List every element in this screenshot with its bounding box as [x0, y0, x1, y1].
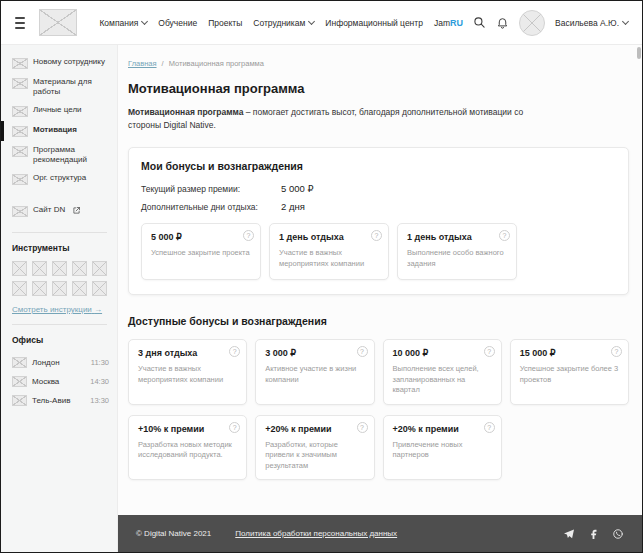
sidebar-item-new-employee[interactable]: Новому сотруднику [1, 53, 117, 73]
sidebar-item-org-structure[interactable]: Орг. структура [1, 169, 117, 189]
nav-projects-label: Проекты [208, 18, 242, 28]
breadcrumb-separator: / [162, 59, 164, 68]
help-icon[interactable]: ? [484, 422, 495, 433]
bonus-card-desc: Разработки, которые привели к значимым р… [265, 440, 364, 472]
bonus-card[interactable]: +10% к премии Разработка новых методик и… [128, 415, 247, 481]
nav-company[interactable]: Компания [99, 18, 147, 28]
office-telaviv[interactable]: Тель-Авив 13:30 [1, 391, 117, 410]
app-window: Компания Обучение Проекты Сотрудникам Ин… [0, 0, 643, 553]
nav-education[interactable]: Обучение [158, 18, 197, 28]
office-city: Москва [32, 377, 59, 386]
nav-company-label: Компания [99, 18, 138, 28]
bonus-card-title: 1 день отдыха [279, 232, 379, 242]
current-bonus-label: Текущий размер премии: [141, 184, 281, 194]
language-switcher[interactable]: RU [450, 18, 463, 28]
help-icon[interactable]: ? [229, 422, 240, 433]
scrollbar-thumb[interactable] [637, 47, 641, 59]
help-icon[interactable]: ? [371, 230, 382, 241]
extra-days-value: 2 дня [281, 201, 305, 212]
placeholder-icon [12, 395, 27, 406]
sidebar-divider [12, 324, 107, 325]
current-bonus-row: Текущий размер премии: 5 000 ₽ [141, 183, 616, 194]
bonus-card[interactable]: +20% к премии Привлечение новых партнеро… [383, 415, 502, 481]
tool-icon[interactable] [92, 281, 107, 296]
breadcrumb-current: Мотивационная программа [169, 59, 264, 68]
page-title: Мотивационная программа [128, 81, 629, 96]
facebook-icon[interactable] [588, 528, 599, 539]
bonus-card-desc: Успешное закрытие более 3 проектов [520, 364, 619, 385]
placeholder-icon [12, 146, 28, 157]
office-city: Тель-Авив [32, 396, 70, 405]
hamburger-menu-icon[interactable] [15, 17, 25, 29]
bonus-card[interactable]: 10 000 ₽ Выполнение всех целей, запланир… [383, 339, 502, 405]
avatar[interactable] [519, 10, 545, 36]
office-city: Лондон [32, 358, 60, 367]
help-icon[interactable]: ? [499, 230, 510, 241]
office-moscow[interactable]: Москва 14:30 [1, 372, 117, 391]
bell-icon[interactable] [496, 16, 509, 29]
my-bonus-cards: 5 000 ₽ Успешное закрытие проекта ? 1 де… [141, 223, 616, 280]
tool-icon[interactable] [92, 261, 107, 276]
sidebar: Новому сотруднику Материалы для работы Л… [1, 45, 118, 552]
help-icon[interactable]: ? [229, 346, 240, 357]
breadcrumb-home-link[interactable]: Главная [128, 59, 157, 68]
privacy-policy-link[interactable]: Политика обработки персональных данных [235, 529, 397, 538]
sidebar-item-referral-program[interactable]: Программа рекомендаций [1, 141, 117, 169]
search-icon[interactable] [473, 16, 486, 29]
tool-icon[interactable] [12, 261, 27, 276]
bonus-card[interactable]: 1 день отдыха Выполнение особо важного з… [397, 223, 517, 280]
telegram-icon[interactable] [563, 528, 575, 540]
sidebar-item-motivation[interactable]: Мотивация [1, 121, 117, 141]
bonus-card-title: 10 000 ₽ [393, 348, 492, 358]
user-menu[interactable]: Васильева А.Ю. [555, 18, 628, 28]
chevron-down-icon [308, 17, 315, 24]
office-london[interactable]: Лондон 11:30 [1, 353, 117, 372]
bonus-card-title: +20% к премии [393, 424, 492, 434]
bonus-card[interactable]: +20% к премии Разработки, которые привел… [255, 415, 374, 481]
placeholder-icon [12, 78, 28, 89]
nav-employees[interactable]: Сотрудникам [253, 18, 314, 28]
help-icon[interactable]: ? [611, 346, 622, 357]
breadcrumb: Главная / Мотивационная программа [128, 59, 629, 68]
bonus-card[interactable]: 1 день отдыха Участие в важных мероприят… [269, 223, 389, 280]
logo-placeholder[interactable] [39, 9, 78, 36]
tool-icon[interactable] [72, 281, 87, 296]
top-header: Компания Обучение Проекты Сотрудникам Ин… [1, 1, 642, 45]
offices-title: Офисы [1, 335, 117, 345]
bonus-card-title: +10% к премии [138, 424, 237, 434]
bonus-card-desc: Активное участие в жизни компании [265, 364, 364, 385]
sidebar-item-work-materials[interactable]: Материалы для работы [1, 73, 117, 101]
help-icon[interactable]: ? [357, 346, 368, 357]
tool-icon[interactable] [52, 261, 67, 276]
placeholder-icon [12, 58, 28, 69]
bonus-card[interactable]: 15 000 ₽ Успешное закрытие более 3 проек… [510, 339, 629, 405]
page-body: Новому сотруднику Материалы для работы Л… [1, 45, 642, 552]
chevron-down-icon [622, 17, 629, 24]
bonus-card[interactable]: 3 дня отдыха Участие в важных мероприяти… [128, 339, 247, 405]
office-time: 14:30 [90, 377, 109, 386]
nav-projects[interactable]: Проекты [208, 18, 242, 28]
tool-icon[interactable] [32, 261, 47, 276]
sidebar-item-dn-site[interactable]: Сайт DN [1, 201, 117, 222]
bonus-card-desc: Выполнение особо важного задания [407, 248, 507, 269]
bonus-card-title: 15 000 ₽ [520, 348, 619, 358]
help-icon[interactable]: ? [357, 422, 368, 433]
tool-icon[interactable] [72, 261, 87, 276]
help-icon[interactable]: ? [484, 346, 495, 357]
bonus-card[interactable]: 3 000 ₽ Активное участие в жизни компани… [255, 339, 374, 405]
help-icon[interactable]: ? [243, 230, 254, 241]
sidebar-item-personal-goals[interactable]: Личные цели [1, 101, 117, 121]
placeholder-icon [12, 357, 27, 368]
nav-info-center[interactable]: Информационный центр [325, 18, 423, 28]
tool-icon[interactable] [52, 281, 67, 296]
footer: © Digital Native 2021 Политика обработки… [118, 515, 642, 552]
tool-icon[interactable] [32, 281, 47, 296]
whatsapp-icon[interactable] [612, 528, 624, 540]
bonus-card-title: +20% к премии [265, 424, 364, 434]
view-instructions-link[interactable]: Смотреть инструкции → [12, 305, 102, 314]
bonus-card[interactable]: 5 000 ₽ Успешное закрытие проекта ? [141, 223, 261, 280]
tool-icon[interactable] [12, 281, 27, 296]
extra-days-label: Дополнительные дни отдыха: [141, 202, 281, 212]
nav-jam[interactable]: Jam [434, 18, 450, 28]
sidebar-item-label: Сайт DN [33, 205, 65, 215]
